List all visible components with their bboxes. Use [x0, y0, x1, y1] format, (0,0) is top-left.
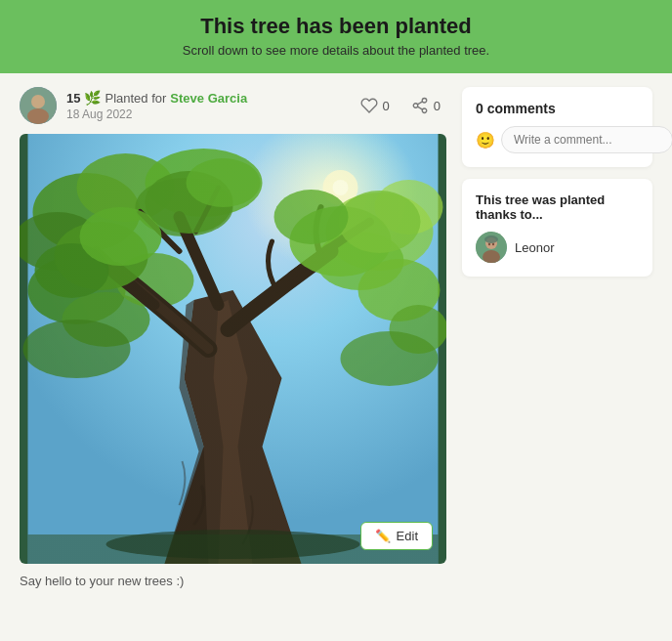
image-caption: Say hello to your new trees :)	[20, 574, 446, 588]
svg-point-3	[422, 99, 427, 104]
edit-button[interactable]: ✏️ Edit	[360, 522, 433, 550]
action-buttons: 0 0	[355, 93, 446, 118]
planter-row: Leonor	[476, 232, 639, 263]
main-content: 15 🌿 Planted for Steve Garcia 18 Aug 202…	[0, 73, 672, 602]
like-count: 0	[383, 99, 390, 113]
user-info-row: 15 🌿 Planted for Steve Garcia 18 Aug 202…	[20, 87, 446, 124]
edit-icon: ✏️	[375, 529, 391, 543]
planted-thanks-title: This tree was planted thanks to...	[476, 192, 639, 222]
user-info-left: 15 🌿 Planted for Steve Garcia 18 Aug 202…	[20, 87, 247, 124]
right-column: 0 comments 🙂 This tree was planted thank…	[462, 87, 652, 588]
heart-icon	[360, 97, 378, 114]
svg-point-1	[31, 95, 45, 108]
like-button[interactable]: 0	[355, 93, 396, 118]
tree-icon: 🌿	[84, 90, 101, 106]
planted-for-label: Planted for	[105, 91, 166, 106]
user-meta: 15 🌿 Planted for Steve Garcia 18 Aug 202…	[66, 90, 247, 121]
planter-name: Leonor	[515, 240, 554, 255]
comments-card: 0 comments 🙂	[462, 87, 652, 167]
tree-image	[20, 134, 446, 564]
tree-image-container: ✏️ Edit	[20, 134, 446, 564]
planted-thanks-card: This tree was planted thanks to...	[462, 179, 652, 277]
comment-input-row: 🙂	[476, 126, 639, 153]
edit-label: Edit	[397, 529, 418, 543]
svg-point-46	[492, 243, 494, 245]
emoji-icon: 🙂	[476, 131, 495, 150]
header-banner: This tree has been planted Scroll down t…	[0, 0, 672, 73]
left-column: 15 🌿 Planted for Steve Garcia 18 Aug 202…	[20, 87, 446, 588]
comment-input[interactable]	[501, 126, 672, 153]
planter-avatar	[476, 232, 507, 263]
svg-point-2	[27, 108, 49, 124]
avatar	[20, 87, 57, 124]
header-title: This tree has been planted	[20, 14, 652, 39]
user-date: 18 Aug 2022	[66, 107, 247, 121]
share-button[interactable]: 0	[405, 93, 446, 118]
svg-point-4	[413, 104, 418, 108]
planted-for-link[interactable]: Steve Garcia	[170, 91, 247, 106]
comments-title: 0 comments	[476, 101, 639, 116]
header-subtitle: Scroll down to see more details about th…	[20, 43, 652, 58]
svg-point-5	[422, 108, 427, 113]
svg-line-7	[417, 102, 422, 105]
svg-line-6	[417, 107, 422, 109]
svg-point-45	[488, 243, 490, 245]
svg-point-44	[484, 235, 498, 243]
share-icon	[411, 97, 429, 114]
share-count: 0	[434, 99, 441, 113]
svg-rect-40	[28, 134, 439, 564]
user-planted-line: 15 🌿 Planted for Steve Garcia	[66, 90, 247, 106]
tree-count: 15	[66, 91, 80, 106]
